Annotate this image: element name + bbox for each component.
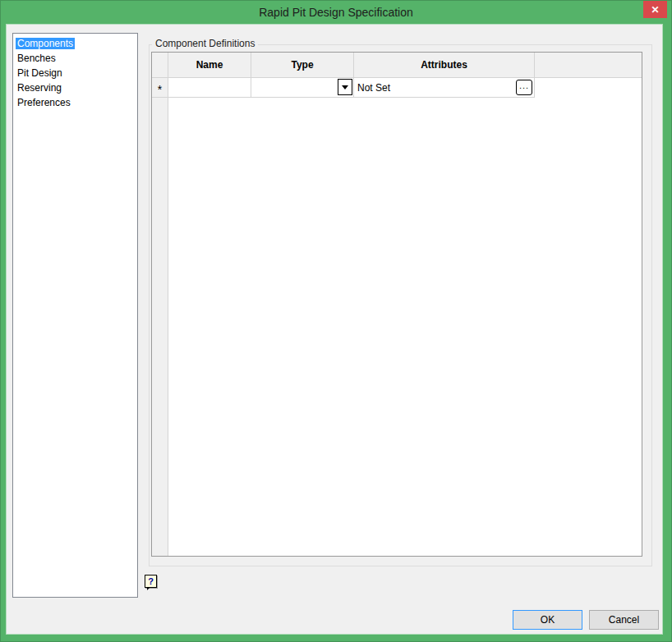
- window-title: Rapid Pit Design Specification: [259, 6, 413, 19]
- column-header-attributes[interactable]: Attributes: [354, 53, 535, 78]
- sidebar-item-reserving[interactable]: Reserving: [14, 80, 136, 95]
- type-dropdown-button[interactable]: [338, 79, 352, 95]
- column-header-type[interactable]: Type: [251, 53, 354, 78]
- dialog-content: Components Benches Pit Design Reserving …: [7, 25, 662, 634]
- table-header-row: Name Type Attributes: [152, 53, 642, 78]
- new-row-marker[interactable]: *: [152, 78, 168, 98]
- sidebar-item-label: Reserving: [16, 82, 63, 94]
- attributes-cell[interactable]: Not Set ...: [354, 78, 535, 98]
- chevron-down-icon: [342, 85, 348, 89]
- table-row: * Not Set ...: [152, 78, 642, 98]
- row-header-column: [152, 53, 168, 556]
- category-list: Components Benches Pit Design Reserving …: [12, 33, 138, 598]
- name-cell[interactable]: [168, 78, 251, 98]
- ok-button[interactable]: OK: [513, 610, 582, 630]
- title-bar: Rapid Pit Design Specification ✕: [0, 0, 672, 25]
- sidebar-item-benches[interactable]: Benches: [14, 51, 136, 66]
- component-table: Name Type Attributes * Not Set ...: [151, 52, 642, 557]
- close-icon: ✕: [651, 5, 659, 15]
- close-button[interactable]: ✕: [643, 1, 667, 18]
- sidebar-item-components[interactable]: Components: [14, 36, 136, 51]
- sidebar-item-pit-design[interactable]: Pit Design: [14, 66, 136, 80]
- sidebar-item-label: Pit Design: [16, 67, 64, 79]
- sidebar-item-label: Components: [16, 38, 75, 49]
- cancel-button[interactable]: Cancel: [589, 610, 659, 630]
- sidebar-item-label: Benches: [16, 53, 58, 64]
- sidebar-item-preferences[interactable]: Preferences: [14, 95, 136, 110]
- sidebar-item-label: Preferences: [16, 97, 72, 108]
- row-filler-cell: [535, 78, 642, 98]
- column-header-name[interactable]: Name: [168, 53, 251, 78]
- corner-header-cell: [152, 53, 168, 78]
- column-header-filler: [535, 53, 642, 78]
- group-title: Component Definitions: [152, 38, 258, 50]
- attributes-browse-button[interactable]: ...: [516, 80, 532, 95]
- question-mark-icon: ?: [148, 577, 154, 586]
- dialog-window: Rapid Pit Design Specification ✕ Compone…: [0, 0, 672, 642]
- type-cell[interactable]: [251, 78, 354, 98]
- attributes-cell-value: Not Set: [357, 82, 390, 94]
- help-button[interactable]: ?: [145, 575, 157, 588]
